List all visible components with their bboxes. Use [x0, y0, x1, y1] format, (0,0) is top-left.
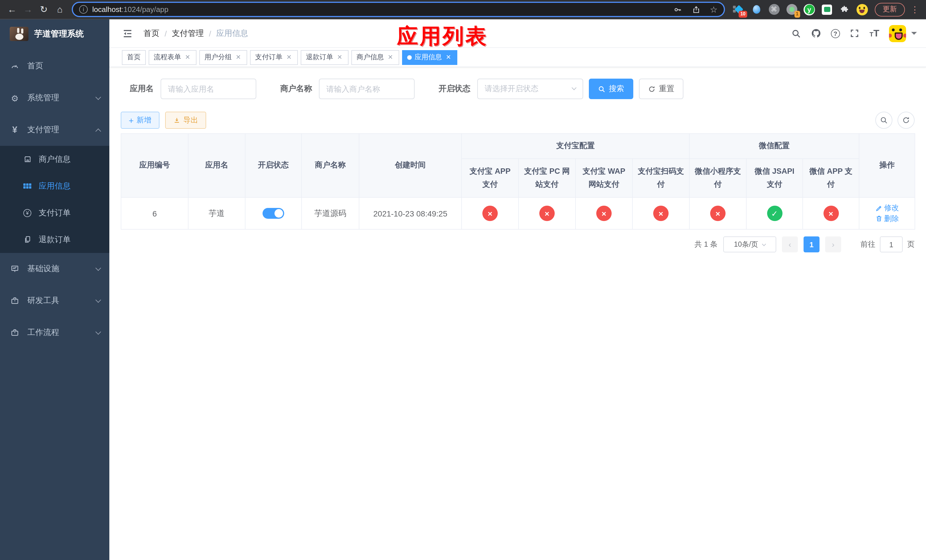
chrome-menu-icon[interactable]: ⋮	[908, 4, 921, 15]
col-alipay-wap: 支付宝 WAP 网站支付	[575, 159, 632, 197]
col-status: 开启状态	[245, 133, 301, 197]
screen: ← → ↻ ⌂ i localhost:1024/pay/app ☆ 10 ⌘ …	[0, 0, 926, 560]
app-title: 芋道管理系统	[34, 28, 84, 39]
col-alipay-pc: 支付宝 PC 网站支付	[519, 159, 575, 197]
navbar: 首页 / 支付管理 / 应用信息 应用列表 ? TT	[109, 20, 926, 48]
sidebar-item-merchant-info[interactable]: 商户信息	[0, 146, 109, 173]
sidebar-item-home[interactable]: 首页	[0, 50, 109, 82]
help-icon[interactable]: ?	[831, 29, 840, 38]
extension-smiley-icon[interactable]	[856, 4, 868, 15]
share-icon[interactable]	[691, 5, 700, 14]
app-name-label: 应用名	[130, 84, 154, 94]
close-icon[interactable]: ✕	[336, 53, 343, 61]
monitor-chart-icon	[10, 264, 20, 274]
app-name-input[interactable]	[160, 79, 256, 99]
chevron-down-icon	[572, 85, 576, 90]
tab-app-info[interactable]: 应用信息✕	[402, 50, 457, 65]
sidebar-item-infrastructure[interactable]: 基础设施	[0, 253, 109, 285]
avatar[interactable]	[889, 25, 906, 42]
sidebar-item-refund-order[interactable]: 退款订单	[0, 226, 109, 253]
url-text[interactable]: localhost:1024/pay/app	[92, 5, 168, 14]
col-created: 创建时间	[359, 133, 461, 197]
briefcase-icon	[10, 328, 20, 337]
browser-home-icon[interactable]: ⌂	[52, 5, 67, 14]
tab-home[interactable]: 首页	[122, 50, 146, 65]
wechat-jsapi-status-icon: ✓	[767, 206, 782, 221]
close-icon[interactable]: ✕	[445, 53, 452, 61]
cell-app-name: 芋道	[188, 197, 245, 229]
sidebar-item-workflow[interactable]: 工作流程	[0, 317, 109, 349]
close-icon[interactable]: ✕	[235, 53, 242, 61]
tab-pay-order[interactable]: 支付订单✕	[250, 50, 298, 65]
page-1-button[interactable]: 1	[803, 236, 820, 252]
extension-chat-icon[interactable]	[821, 4, 832, 15]
search-icon[interactable]	[791, 28, 801, 38]
extension-y-icon[interactable]: y	[803, 4, 815, 15]
sidebar: 芋道管理系统 首页 ⚙ 系统管理 ¥ 支付管理	[0, 20, 109, 560]
sidebar-item-pay-order[interactable]: ¥ 支付订单	[0, 200, 109, 226]
sidebar-item-system[interactable]: ⚙ 系统管理	[0, 82, 109, 114]
font-size-icon[interactable]: TT	[870, 29, 879, 38]
prev-page-button[interactable]: ‹	[782, 236, 798, 252]
chrome-update-button[interactable]: 更新	[875, 3, 905, 16]
export-button[interactable]: 导出	[165, 112, 206, 129]
payment-submenu: 商户信息 应用信息 ¥ 支付订单 退款订单	[0, 146, 109, 253]
extension-command-icon[interactable]: ⌘	[768, 4, 780, 15]
delete-link[interactable]: 删除	[875, 213, 899, 224]
github-icon[interactable]	[811, 28, 821, 38]
enable-toggle[interactable]	[263, 208, 284, 219]
alipay-app-status-icon: ×	[483, 206, 498, 221]
col-group-alipay: 支付宝配置	[461, 133, 689, 159]
goto-label: 前往	[861, 239, 875, 250]
goto-page-input[interactable]	[880, 236, 903, 252]
sidebar-collapse-icon[interactable]	[122, 28, 133, 39]
edit-link[interactable]: 修改	[875, 203, 899, 213]
navbar-actions: ? TT	[791, 25, 917, 42]
sidebar-item-dev-tools[interactable]: 研发工具	[0, 285, 109, 317]
page-size-select[interactable]: 10条/页	[723, 236, 776, 252]
browser-extensions: 10 ⌘ 1 y	[733, 4, 868, 15]
close-icon[interactable]: ✕	[387, 53, 394, 61]
search-button[interactable]: 搜索	[589, 79, 633, 99]
password-key-icon[interactable]	[673, 5, 682, 14]
sidebar-item-app-info[interactable]: 应用信息	[0, 173, 109, 200]
close-icon[interactable]: ✕	[184, 53, 191, 61]
reset-button[interactable]: 重置	[639, 79, 683, 99]
refresh-button[interactable]	[897, 112, 915, 129]
extension-tag-icon[interactable]: 10	[733, 4, 744, 15]
site-info-icon[interactable]: i	[79, 5, 88, 14]
merchant-name-input[interactable]	[319, 79, 415, 99]
app-logo[interactable]: 芋道管理系统	[0, 20, 109, 48]
browser-forward-icon[interactable]: →	[21, 5, 35, 14]
tab-merchant-info[interactable]: 商户信息✕	[351, 50, 399, 65]
breadcrumb-payment[interactable]: 支付管理	[172, 28, 204, 38]
url-bar[interactable]: i localhost:1024/pay/app ☆	[72, 2, 725, 17]
cell-created: 2021-10-23 08:49:25	[359, 197, 461, 229]
bookmark-star-icon[interactable]: ☆	[710, 4, 717, 15]
wechat-app-status-icon: ×	[823, 206, 838, 221]
browser-reload-icon[interactable]: ↻	[36, 5, 51, 14]
extension-puzzle-icon[interactable]	[839, 4, 850, 15]
pagination: 共 1 条 10条/页 ‹ 1 › 前往 页	[121, 236, 915, 252]
tab-user-group[interactable]: 用户分组✕	[199, 50, 247, 65]
tab-process-form[interactable]: 流程表单✕	[149, 50, 197, 65]
add-button[interactable]: + 新增	[121, 112, 159, 129]
chevron-down-icon	[95, 265, 101, 271]
close-icon[interactable]: ✕	[285, 53, 293, 61]
storefront-icon	[23, 155, 32, 164]
alipay-qr-status-icon: ×	[653, 206, 669, 221]
caret-down-icon[interactable]	[911, 32, 917, 38]
sidebar-item-payment[interactable]: ¥ 支付管理	[0, 114, 109, 146]
browser-back-icon[interactable]: ←	[5, 5, 20, 14]
extension-balloon-icon[interactable]	[750, 4, 762, 15]
fullscreen-icon[interactable]	[850, 28, 860, 38]
breadcrumb-home[interactable]: 首页	[144, 28, 159, 38]
next-page-button[interactable]: ›	[825, 236, 841, 252]
tab-refund-order[interactable]: 退款订单✕	[301, 50, 348, 65]
toggle-search-button[interactable]	[875, 112, 893, 129]
status-select[interactable]: 请选择开启状态	[477, 79, 583, 99]
chevron-down-icon	[762, 242, 766, 246]
pencil-icon	[875, 204, 882, 212]
breadcrumb: 首页 / 支付管理 / 应用信息	[144, 28, 248, 38]
extension-recorder-icon[interactable]: 1	[786, 4, 797, 15]
